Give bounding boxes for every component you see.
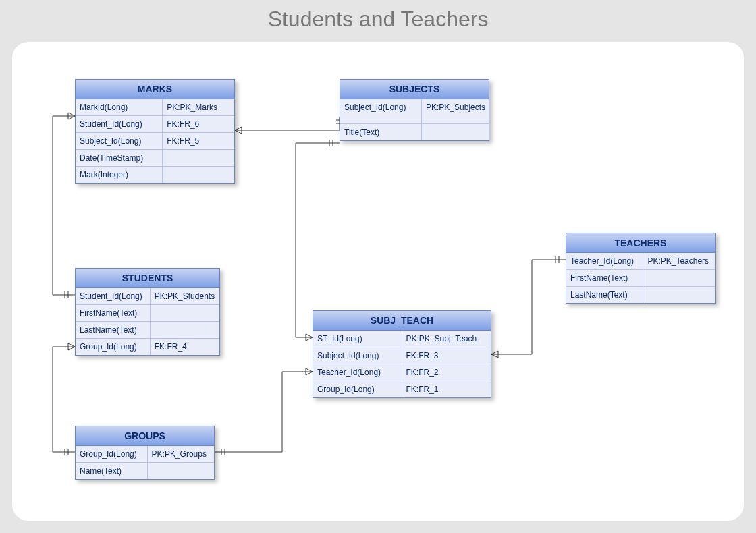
table-row: FirstName(Text): [566, 269, 715, 286]
connector-marks-subjects: [235, 117, 343, 134]
svg-line-0: [235, 127, 242, 130]
table-row: FirstName(Text): [76, 304, 219, 321]
diagram-title: Students and Teachers: [0, 7, 756, 32]
table-row: LastName(Text): [566, 286, 715, 303]
entity-subjects-header: SUBJECTS: [340, 79, 489, 99]
table-row: Date(TimeStamp): [76, 149, 234, 166]
svg-line-11: [68, 347, 75, 350]
svg-line-17: [306, 368, 313, 372]
diagram-canvas: MARKS MarkId(Long)PK:PK_Marks Student_Id…: [12, 42, 744, 521]
table-row: MarkId(Long)PK:PK_Marks: [76, 99, 234, 115]
connector-subjteach-teachers: [491, 256, 566, 358]
entity-subj-teach-header: SUBJ_TEACH: [313, 310, 491, 331]
table-row: Student_Id(Long)FK:FR_6: [76, 115, 234, 132]
svg-line-23: [306, 337, 313, 341]
table-row: Subject_Id(Long)FK:FR_3: [313, 347, 491, 364]
svg-line-26: [491, 354, 498, 358]
svg-line-22: [306, 334, 313, 337]
table-row: Teacher_Id(Long)FK:FR_2: [313, 364, 491, 381]
table-row: Subject_Id(Long)PK:PK_Subjects: [340, 99, 489, 123]
svg-line-18: [306, 372, 313, 375]
table-row: Title(Text): [340, 123, 489, 140]
entity-subj-teach: SUBJ_TEACH ST_Id(Long)PK:PK_Subj_Teach S…: [313, 310, 491, 398]
svg-line-25: [491, 351, 498, 354]
entity-students-header: STUDENTS: [75, 268, 220, 288]
table-row: LastName(Text): [76, 321, 219, 338]
table-row: Subject_Id(Long)FK:FR_5: [76, 132, 234, 149]
svg-line-5: [68, 113, 75, 116]
entity-teachers-header: TEACHERS: [566, 233, 716, 253]
entity-teachers: TEACHERS Teacher_Id(Long)PK:PK_Teachers …: [566, 233, 716, 304]
table-row: Group_Id(Long)PK:PK_Groups: [76, 446, 214, 462]
entity-subjects: SUBJECTS Subject_Id(Long)PK:PK_Subjects …: [340, 79, 489, 141]
svg-line-10: [68, 343, 75, 347]
table-row: Teacher_Id(Long)PK:PK_Teachers: [566, 253, 715, 269]
table-row: Group_Id(Long)FK:FR_1: [313, 381, 491, 397]
entity-marks-header: MARKS: [75, 79, 235, 99]
entity-groups-header: GROUPS: [75, 426, 215, 446]
entity-students: STUDENTS Student_Id(Long)PK:PK_Students …: [75, 268, 220, 356]
table-row: ST_Id(Long)PK:PK_Subj_Teach: [313, 331, 491, 347]
entity-marks: MARKS MarkId(Long)PK:PK_Marks Student_Id…: [75, 79, 235, 184]
connector-students-groups: [53, 343, 75, 455]
table-row: Name(Text): [76, 462, 214, 479]
table-row: Student_Id(Long)PK:PK_Students: [76, 288, 219, 304]
table-row: Group_Id(Long)FK:FR_4: [76, 338, 219, 355]
table-row: Mark(Integer): [76, 166, 234, 183]
entity-groups: GROUPS Group_Id(Long)PK:PK_Groups Name(T…: [75, 426, 215, 480]
connector-marks-students: [53, 113, 75, 298]
svg-line-1: [235, 130, 242, 134]
svg-line-6: [68, 116, 75, 119]
connector-groups-subjteach: [215, 368, 313, 455]
